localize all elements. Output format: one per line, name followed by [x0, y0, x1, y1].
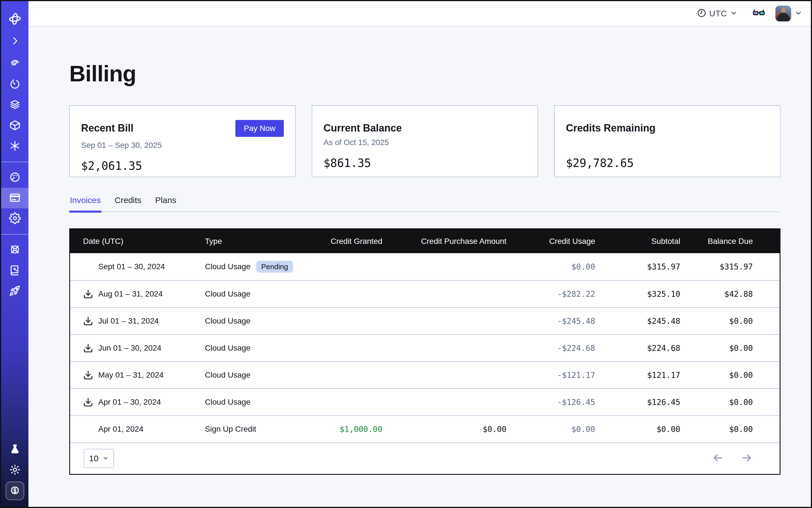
sidebar-item-cube[interactable]: [1, 116, 29, 136]
tab-credits[interactable]: Credits: [114, 196, 142, 211]
account-menu-button[interactable]: [795, 9, 803, 18]
download-icon: [83, 370, 93, 380]
current-balance-title: Current Balance: [324, 122, 402, 134]
sidebar-item-billing[interactable]: [1, 188, 29, 208]
credit-usage-value: -$245.48: [557, 316, 595, 326]
sidebar-item-docs[interactable]: [1, 260, 29, 281]
spiral-icon: [9, 58, 21, 71]
invoice-row: Jun 01 – 30, 2024 Cloud Usage -$224.68 $…: [70, 334, 780, 361]
page-size-select[interactable]: 10: [84, 449, 114, 468]
gauge-icon: [9, 171, 21, 184]
sidebar-item-labs[interactable]: [1, 439, 29, 460]
next-page-button[interactable]: [741, 452, 753, 465]
summary-cards: Recent Bill Pay Now Sep 01 – Sep 30, 202…: [69, 105, 780, 177]
sidebar-item-functions[interactable]: [1, 136, 29, 157]
invoice-row: Aug 01 – 31, 2024 Cloud Usage -$282.22 $…: [70, 280, 780, 307]
dollar-badge-icon: [6, 481, 24, 500]
timezone-select[interactable]: UTC: [697, 8, 738, 19]
avatar[interactable]: [775, 6, 791, 22]
balance-due-value: $0.00: [729, 397, 753, 407]
invoice-type: Cloud Usage: [205, 316, 251, 326]
credit-usage-value: -$121.17: [557, 371, 595, 380]
sidebar-item-layers[interactable]: [1, 95, 29, 116]
col-balance-due: Balance Due: [680, 229, 780, 253]
chevron-right-icon: [9, 35, 20, 48]
docs-book-icon: [9, 264, 21, 277]
topbar: UTC: [29, 1, 811, 27]
invoice-date: May 01 – 31, 2024: [98, 371, 164, 380]
credit-usage-value: -$126.45: [557, 397, 595, 407]
sidebar-item-observe[interactable]: [1, 54, 29, 74]
sidebar-item-history[interactable]: [1, 74, 29, 95]
download-invoice-button[interactable]: [83, 316, 93, 326]
chevron-down-icon: [102, 454, 109, 463]
balance-due-value: $42.88: [724, 290, 753, 299]
col-credit-purchase: Credit Purchase Amount: [382, 229, 507, 253]
invoice-type: Cloud Usage: [205, 262, 251, 271]
col-type: Type: [205, 229, 311, 253]
current-balance-as-of: As of Oct 15, 2025: [324, 138, 526, 147]
invoice-date: Aug 01 – 31, 2024: [98, 290, 163, 298]
logo-orbit-icon: [1, 9, 29, 29]
credits-remaining-spacer: [566, 138, 769, 147]
download-icon: [83, 289, 93, 299]
theme-toggle[interactable]: [1, 460, 29, 480]
sidebar-bottom-group: [1, 439, 29, 507]
layers-icon: [9, 99, 21, 112]
flask-icon: [9, 443, 21, 456]
sidebar-item-usage[interactable]: [1, 167, 29, 188]
tab-invoices[interactable]: Invoices: [69, 196, 101, 213]
subtotal-value: $325.10: [647, 290, 680, 299]
sidebar: [1, 1, 29, 507]
sidebar-divider: [1, 162, 29, 162]
glasses-icon[interactable]: [752, 6, 765, 20]
sun-icon: [9, 464, 21, 477]
invoice-date: Jun 01 – 30, 2024: [98, 344, 161, 352]
invoice-row: Jul 01 – 31, 2024 Cloud Usage -$245.48 $…: [70, 307, 780, 334]
invoice-date: Apr 01 – 30, 2024: [98, 397, 161, 407]
recent-bill-amount: $2,061.35: [81, 159, 284, 172]
credit-card-icon: [9, 192, 21, 205]
invoice-type: Sign Up Credit: [205, 425, 256, 434]
download-invoice-button[interactable]: [83, 289, 93, 299]
invoices-table: Date (UTC) Type Credit Granted Credit Pu…: [69, 228, 780, 475]
sidebar-collapse-button[interactable]: [1, 31, 29, 51]
credits-remaining-card: Credits Remaining $29,782.65: [554, 105, 780, 177]
col-date: Date (UTC): [70, 229, 205, 253]
sidebar-item-admin[interactable]: [1, 240, 29, 260]
table-header: Date (UTC) Type Credit Granted Credit Pu…: [70, 229, 780, 253]
prev-page-button[interactable]: [712, 452, 724, 465]
current-balance-amount: $861.35: [324, 157, 526, 170]
download-icon: [83, 397, 93, 407]
download-invoice-button[interactable]: [83, 397, 93, 407]
balance-due-value: $0.00: [729, 316, 753, 326]
invoice-date: Sept 01 – 30, 2024: [98, 262, 165, 271]
download-invoice-button[interactable]: [83, 343, 93, 353]
timezone-label: UTC: [709, 9, 727, 18]
sidebar-item-credits[interactable]: [1, 480, 29, 501]
tab-plans[interactable]: Plans: [155, 196, 177, 211]
main-content: Billing Recent Bill Pay Now Sep 01 – Sep…: [29, 61, 811, 475]
download-invoice-button[interactable]: [83, 370, 93, 380]
col-credit-usage: Credit Usage: [507, 229, 595, 253]
balance-due-value: $0.00: [729, 344, 753, 353]
table-footer: 10: [70, 442, 780, 474]
balance-due-value: $0.00: [729, 425, 753, 434]
invoice-type: Cloud Usage: [205, 371, 251, 380]
col-credit-granted: Credit Granted: [311, 229, 382, 253]
credits-remaining-title: Credits Remaining: [566, 122, 655, 134]
pay-now-button[interactable]: Pay Now: [236, 120, 284, 137]
credit-usage-value: -$282.22: [557, 290, 595, 299]
subtotal-value: $126.45: [647, 397, 680, 407]
invoice-date: Apr 01, 2024: [98, 425, 143, 434]
page-size-value: 10: [89, 454, 98, 463]
invoice-row: May 01 – 31, 2024 Cloud Usage -$121.17 $…: [70, 361, 780, 388]
sidebar-divider: [1, 234, 29, 235]
billing-tabs: Invoices Credits Plans: [69, 196, 780, 212]
sidebar-item-settings[interactable]: [1, 208, 29, 229]
sidebar-item-getting-started[interactable]: [1, 281, 29, 301]
helm-icon: [9, 244, 21, 257]
arrow-left-icon: [712, 452, 724, 464]
balance-due-value: $0.00: [729, 371, 753, 380]
subtotal-value: $121.17: [647, 371, 680, 380]
